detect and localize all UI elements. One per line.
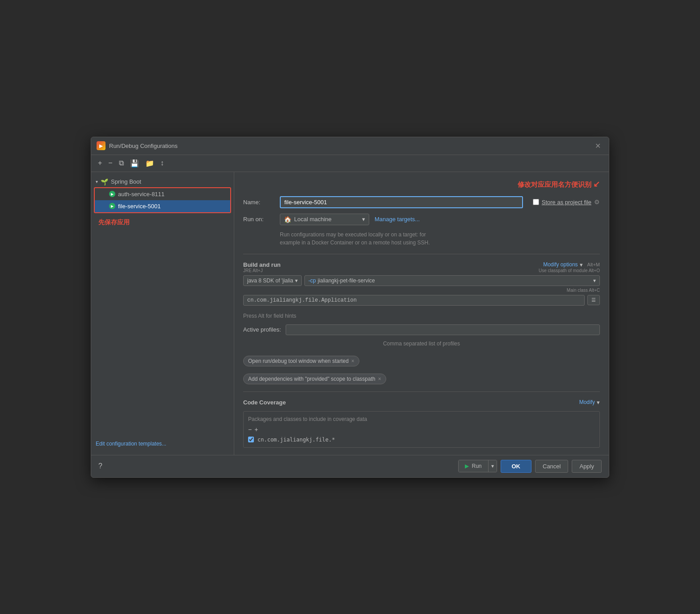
- run-dropdown-button[interactable]: ▾: [488, 460, 497, 472]
- sort-config-button[interactable]: ↕: [158, 158, 166, 168]
- tags-row: Open run/debug tool window when started …: [243, 356, 600, 366]
- file-service-run-icon: ▶: [109, 203, 115, 209]
- tag-open-tool-window-label: Open run/debug tool window when started: [248, 358, 349, 364]
- run-play-icon: ▶: [465, 463, 469, 469]
- packages-title: Packages and classes to include in cover…: [248, 416, 595, 422]
- coverage-item-checkbox[interactable]: [248, 437, 254, 442]
- edit-templates-link[interactable]: Edit configuration templates...: [96, 441, 166, 447]
- sidebar-item-file-service[interactable]: ▶ file-service-5001: [95, 200, 230, 212]
- name-label: Name:: [243, 199, 274, 206]
- cp-prefix: -cp: [308, 278, 316, 284]
- divider-2: [243, 391, 600, 392]
- modify-options-link[interactable]: Modify options: [543, 261, 578, 268]
- spring-boot-group-header[interactable]: ▾ 🌱 Spring Boot: [91, 177, 234, 187]
- sdk-chevron-icon: ▾: [295, 278, 298, 284]
- tag-open-tool-window: Open run/debug tool window when started …: [243, 356, 359, 366]
- cp-select[interactable]: -cp jialiangkj-pet-file-service ▾: [304, 275, 600, 286]
- code-coverage-modify-link[interactable]: Modify: [579, 399, 595, 405]
- sidebar-bottom: Edit configuration templates...: [91, 436, 234, 451]
- run-button[interactable]: ▶ Run: [459, 460, 488, 472]
- close-button[interactable]: ✕: [592, 141, 603, 151]
- run-button-group: ▶ Run ▾: [458, 460, 497, 472]
- copy-config-button[interactable]: ⧉: [117, 158, 126, 168]
- run-on-chevron-icon: ▾: [362, 216, 365, 223]
- ok-button[interactable]: OK: [501, 460, 532, 473]
- run-on-value: Local machine: [294, 216, 332, 223]
- cp-label: jialiangkj-pet-file-service: [318, 278, 375, 284]
- code-coverage-chevron-icon: ▾: [597, 399, 600, 406]
- run-label: Run: [472, 463, 481, 469]
- right-panel: 修改对应应用名方便识别 ↙ Name: Store as project fil…: [234, 172, 609, 455]
- run-on-select[interactable]: 🏠 Local machine ▾: [280, 214, 369, 225]
- build-run-header: Build and run Modify options ▾ Alt+M: [243, 261, 600, 268]
- save-annotation: 先保存应用: [91, 214, 234, 231]
- tag-add-dependencies-label: Add dependencies with "provided" scope t…: [248, 376, 375, 382]
- coverage-item: cn.com.jialiangkj.file.*: [248, 437, 595, 443]
- add-config-button[interactable]: +: [96, 158, 104, 168]
- tags-row-2: Add dependencies with "provided" scope t…: [243, 374, 600, 384]
- main-content: ▾ 🌱 Spring Boot ▶ auth-service-8111 ▶: [91, 172, 609, 455]
- spring-boot-group: ▾ 🌱 Spring Boot ▶ auth-service-8111 ▶: [91, 176, 234, 214]
- run-debug-dialog: ▶ Run/Debug Configurations ✕ + − ⧉ 💾 📁 ↕…: [91, 137, 609, 478]
- help-button[interactable]: ?: [98, 462, 102, 470]
- main-class-input[interactable]: [243, 295, 585, 306]
- folder-config-button[interactable]: 📁: [143, 158, 156, 169]
- coverage-remove-button[interactable]: −: [248, 426, 252, 433]
- sidebar-item-auth-service[interactable]: ▶ auth-service-8111: [95, 188, 230, 200]
- build-run-title: Build and run: [243, 261, 281, 268]
- profiles-hint: Comma separated list of profiles: [243, 341, 600, 347]
- coverage-item-label: cn.com.jialiangkj.file.*: [257, 437, 335, 443]
- group-chevron: ▾: [96, 179, 98, 184]
- divider-1: [243, 254, 600, 254]
- active-profiles-row: Active profiles:: [243, 324, 600, 335]
- name-row: Name: Store as project file ⚙: [243, 196, 600, 208]
- file-service-label: file-service-5001: [118, 203, 160, 210]
- title-bar: ▶ Run/Debug Configurations ✕: [91, 137, 609, 155]
- cp-chevron-icon: ▾: [593, 278, 596, 284]
- manage-targets-link[interactable]: Manage targets...: [375, 216, 420, 223]
- bottom-bar: ? ▶ Run ▾ OK Cancel Apply: [91, 455, 609, 477]
- sdk-select[interactable]: java 8 SDK of 'jialia ▾: [243, 275, 302, 286]
- active-profiles-input[interactable]: [286, 324, 600, 335]
- code-coverage-section: Packages and classes to include in cover…: [243, 411, 600, 448]
- classpath-hint: Use classpath of module Alt+O: [539, 268, 600, 273]
- app-icon: ▶: [97, 141, 105, 150]
- tag-add-dependencies-remove[interactable]: ×: [378, 376, 381, 382]
- coverage-toolbar: − +: [248, 426, 595, 433]
- title-annotation: 修改对应应用名方便识别 ↙: [243, 179, 600, 189]
- bottom-left: ?: [98, 462, 102, 470]
- annotation-arrow-down: ↙: [593, 180, 600, 189]
- main-class-browse-button[interactable]: ☰: [587, 295, 600, 305]
- code-coverage-title: Code Coverage: [243, 399, 286, 406]
- tag-open-tool-window-remove[interactable]: ×: [351, 358, 354, 364]
- spring-boot-group-label: Spring Boot: [111, 178, 141, 185]
- tag-add-dependencies: Add dependencies with "provided" scope t…: [243, 374, 386, 384]
- active-profiles-label: Active profiles:: [243, 326, 281, 333]
- remove-config-button[interactable]: −: [106, 158, 114, 168]
- name-input[interactable]: [280, 196, 523, 208]
- jre-hint: JRE Alt+J: [243, 268, 263, 273]
- modify-chevron-icon: ▾: [580, 261, 583, 268]
- title-bar-left: ▶ Run/Debug Configurations: [97, 141, 177, 150]
- run-description: Run configurations may be executed local…: [280, 231, 600, 247]
- apply-button[interactable]: Apply: [572, 460, 602, 473]
- store-project-gear-icon[interactable]: ⚙: [594, 198, 600, 206]
- save-config-button[interactable]: 💾: [128, 158, 141, 169]
- auth-service-label: auth-service-8111: [118, 191, 164, 198]
- run-on-label: Run on:: [243, 216, 274, 223]
- dialog-title: Run/Debug Configurations: [109, 143, 177, 149]
- auth-service-run-icon: ▶: [109, 191, 115, 197]
- build-run-row1: JRE Alt+J java 8 SDK of 'jialia ▾ Use cl…: [243, 275, 600, 286]
- coverage-add-button[interactable]: +: [254, 426, 258, 433]
- sdk-label: java 8 SDK of 'jialia: [247, 278, 293, 284]
- sidebar: ▾ 🌱 Spring Boot ▶ auth-service-8111 ▶: [91, 172, 234, 455]
- store-project-label: Store as project file: [542, 199, 591, 206]
- store-project-checkbox[interactable]: [533, 199, 539, 205]
- spring-boot-icon: 🌱: [101, 178, 108, 185]
- main-class-row: Main class Alt+C ☰: [243, 295, 600, 306]
- store-project-row: Store as project file ⚙: [533, 198, 600, 206]
- cancel-button[interactable]: Cancel: [535, 460, 568, 473]
- highlighted-items-box: ▶ auth-service-8111 ▶ file-service-5001: [94, 187, 231, 213]
- modify-shortcut-hint: Alt+M: [587, 262, 600, 267]
- run-on-row: Run on: 🏠 Local machine ▾ Manage targets…: [243, 214, 600, 225]
